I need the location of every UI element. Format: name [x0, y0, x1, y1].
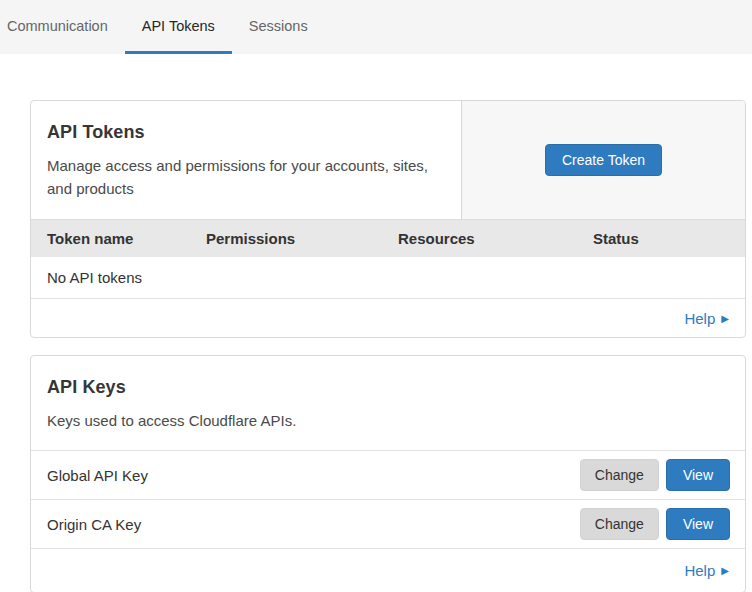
column-header-status: Status — [593, 230, 745, 247]
column-header-token-name: Token name — [47, 230, 206, 247]
help-arrow-icon: ▶ — [721, 565, 729, 576]
api-keys-help-link[interactable]: Help ▶ — [684, 562, 729, 579]
key-actions: Change View — [580, 459, 730, 491]
change-origin-ca-key-button[interactable]: Change — [580, 508, 659, 540]
token-table-header-row: Token name Permissions Resources Status — [31, 219, 745, 257]
api-keys-card-header: API Keys Keys used to access Cloudflare … — [31, 356, 745, 450]
key-name: Global API Key — [47, 467, 148, 484]
key-actions: Change View — [580, 508, 730, 540]
column-header-resources: Resources — [398, 230, 593, 247]
tab-sessions[interactable]: Sessions — [232, 0, 325, 54]
key-row-origin-ca-key: Origin CA Key Change View — [31, 499, 745, 548]
api-tokens-card-footer: Help ▶ — [31, 299, 745, 337]
key-name: Origin CA Key — [47, 516, 141, 533]
view-origin-ca-key-button[interactable]: View — [666, 508, 730, 540]
api-tokens-card: API Tokens Manage access and permissions… — [30, 100, 746, 338]
api-tokens-card-header: API Tokens Manage access and permissions… — [31, 101, 745, 219]
api-tokens-help-link[interactable]: Help ▶ — [684, 310, 729, 327]
change-global-api-key-button[interactable]: Change — [580, 459, 659, 491]
view-global-api-key-button[interactable]: View — [666, 459, 730, 491]
empty-tokens-message: No API tokens — [47, 269, 142, 286]
api-tokens-card-header-text: API Tokens Manage access and permissions… — [31, 101, 461, 219]
help-arrow-icon: ▶ — [721, 313, 729, 324]
api-keys-card: API Keys Keys used to access Cloudflare … — [30, 355, 746, 592]
tab-api-tokens[interactable]: API Tokens — [125, 0, 232, 54]
create-token-button[interactable]: Create Token — [545, 144, 662, 176]
create-token-panel: Create Token — [461, 101, 745, 219]
tab-communication[interactable]: Communication — [7, 0, 125, 54]
api-tokens-title: API Tokens — [47, 122, 445, 143]
help-link-label: Help — [684, 562, 715, 579]
api-keys-title: API Keys — [47, 377, 729, 398]
api-keys-card-footer: Help ▶ — [31, 548, 745, 592]
api-keys-description: Keys used to access Cloudflare APIs. — [47, 409, 729, 432]
api-keys-card-header-text: API Keys Keys used to access Cloudflare … — [31, 356, 745, 450]
token-table-empty-row: No API tokens — [31, 257, 745, 299]
tab-bar: Communication API Tokens Sessions — [0, 0, 752, 54]
key-row-global-api-key: Global API Key Change View — [31, 450, 745, 499]
api-tokens-description: Manage access and permissions for your a… — [47, 154, 445, 201]
column-header-permissions: Permissions — [206, 230, 398, 247]
help-link-label: Help — [684, 310, 715, 327]
